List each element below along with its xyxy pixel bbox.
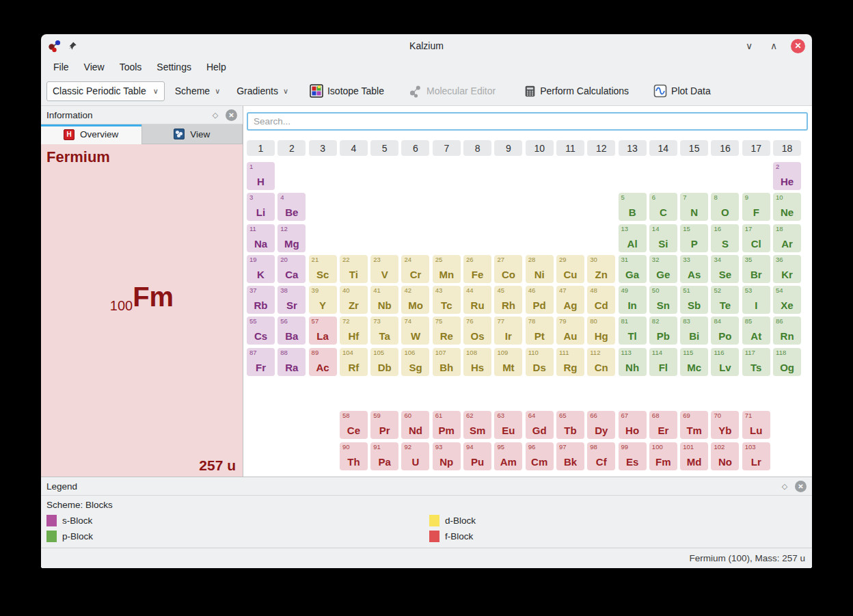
group-number-15[interactable]: 15 [680,140,708,156]
element-tile-Ce[interactable]: 58Ce [340,411,368,439]
element-tile-Ts[interactable]: 117Ts [742,348,770,376]
element-tile-Bh[interactable]: 107Bh [433,348,461,376]
element-tile-Mg[interactable]: 12Mg [277,224,306,252]
element-tile-Ds[interactable]: 110Ds [526,348,554,376]
gradients-dropdown[interactable]: Gradients ∨ [230,81,295,101]
element-tile-Ca[interactable]: 20Ca [277,255,306,283]
element-tile-Pr[interactable]: 59Pr [370,411,398,439]
element-tile-Al[interactable]: 13Al [619,224,647,252]
element-tile-Y[interactable]: 39Y [309,286,337,314]
element-tile-Gd[interactable]: 64Gd [526,411,554,439]
element-tile-Be[interactable]: 4Be [277,193,306,221]
element-tile-Cd[interactable]: 48Cd [587,286,615,314]
element-tile-Ir[interactable]: 77Ir [494,317,522,345]
element-tile-Ar[interactable]: 18Ar [773,224,801,252]
isotope-table-button[interactable]: Isotope Table [304,81,390,101]
element-tile-Cl[interactable]: 17Cl [742,224,770,252]
element-tile-Ga[interactable]: 31Ga [619,255,647,283]
table-type-select[interactable]: Classic Periodic Table ∨ [46,81,165,101]
element-tile-Na[interactable]: 11Na [247,224,275,252]
element-tile-Pm[interactable]: 61Pm [433,411,461,439]
element-tile-Sn[interactable]: 50Sn [649,286,677,314]
element-tile-Md[interactable]: 101Md [680,442,708,470]
element-tile-Kr[interactable]: 36Kr [773,255,801,283]
plot-data-button[interactable]: Plot Data [648,81,716,101]
element-tile-Ba[interactable]: 56Ba [277,317,306,345]
element-tile-Pa[interactable]: 91Pa [370,442,398,470]
element-tile-Co[interactable]: 27Co [494,255,522,283]
close-button[interactable]: ✕ [791,39,805,53]
element-tile-Sc[interactable]: 21Sc [309,255,337,283]
element-tile-Fe[interactable]: 26Fe [463,255,491,283]
element-tile-K[interactable]: 19K [247,255,275,283]
element-tile-O[interactable]: 8O [711,193,739,221]
element-tile-At[interactable]: 85At [742,317,770,345]
element-tile-Am[interactable]: 95Am [494,442,522,470]
element-tile-Mo[interactable]: 42Mo [401,286,429,314]
element-tile-Zr[interactable]: 40Zr [340,286,368,314]
tab-overview[interactable]: H Overview [41,124,142,144]
element-tile-Nh[interactable]: 113Nh [619,348,647,376]
element-tile-Pu[interactable]: 94Pu [463,442,491,470]
element-tile-Rn[interactable]: 86Rn [773,317,801,345]
element-tile-Ru[interactable]: 44Ru [463,286,491,314]
element-tile-Cf[interactable]: 98Cf [587,442,615,470]
element-tile-Mt[interactable]: 109Mt [494,348,522,376]
element-tile-Ne[interactable]: 10Ne [773,193,801,221]
element-tile-C[interactable]: 6C [649,193,677,221]
menu-view[interactable]: View [77,59,111,75]
element-tile-Se[interactable]: 34Se [711,255,739,283]
element-tile-Sg[interactable]: 106Sg [401,348,429,376]
element-tile-Yb[interactable]: 70Yb [711,411,739,439]
element-tile-Tl[interactable]: 81Tl [619,317,647,345]
group-number-7[interactable]: 7 [433,140,461,156]
element-tile-Cu[interactable]: 29Cu [556,255,584,283]
element-tile-Pd[interactable]: 46Pd [526,286,554,314]
element-tile-Hf[interactable]: 72Hf [340,317,368,345]
float-dock-icon[interactable]: ◇ [209,109,221,121]
element-tile-Lr[interactable]: 103Lr [742,442,770,470]
element-tile-Fm[interactable]: 100Fm [649,442,677,470]
group-number-12[interactable]: 12 [587,140,615,156]
element-tile-Ag[interactable]: 47Ag [556,286,584,314]
element-tile-Er[interactable]: 68Er [649,411,677,439]
element-tile-Ge[interactable]: 32Ge [649,255,677,283]
close-dock-icon[interactable]: ✕ [226,109,237,121]
element-tile-Tb[interactable]: 65Tb [556,411,584,439]
element-tile-Th[interactable]: 90Th [340,442,368,470]
element-tile-Cm[interactable]: 96Cm [526,442,554,470]
maximize-button[interactable]: ∧ [766,38,781,53]
element-tile-Nd[interactable]: 60Nd [401,411,429,439]
element-tile-F[interactable]: 9F [742,193,770,221]
element-tile-Xe[interactable]: 54Xe [773,286,801,314]
element-tile-Si[interactable]: 14Si [649,224,677,252]
tab-view[interactable]: View [142,124,243,144]
minimize-button[interactable]: ∨ [742,38,757,53]
group-number-14[interactable]: 14 [649,140,677,156]
element-tile-Np[interactable]: 93Np [433,442,461,470]
element-tile-Cr[interactable]: 24Cr [401,255,429,283]
element-tile-Re[interactable]: 75Re [433,317,461,345]
element-tile-I[interactable]: 53I [742,286,770,314]
element-tile-As[interactable]: 33As [680,255,708,283]
element-tile-Hg[interactable]: 80Hg [587,317,615,345]
group-number-16[interactable]: 16 [711,140,739,156]
element-tile-Ra[interactable]: 88Ra [277,348,306,376]
element-tile-Sb[interactable]: 51Sb [680,286,708,314]
element-tile-Lv[interactable]: 116Lv [711,348,739,376]
element-tile-Rf[interactable]: 104Rf [340,348,368,376]
element-tile-Te[interactable]: 52Te [711,286,739,314]
element-tile-Bk[interactable]: 97Bk [556,442,584,470]
element-tile-Ni[interactable]: 28Ni [526,255,554,283]
group-number-17[interactable]: 17 [742,140,770,156]
element-tile-Lu[interactable]: 71Lu [742,411,770,439]
element-tile-Fr[interactable]: 87Fr [247,348,275,376]
element-tile-V[interactable]: 23V [370,255,398,283]
group-number-1[interactable]: 1 [247,140,275,156]
close-dock-icon[interactable]: ✕ [795,481,807,492]
element-tile-Tc[interactable]: 43Tc [433,286,461,314]
search-input[interactable] [247,112,808,131]
element-tile-Zn[interactable]: 30Zn [587,255,615,283]
element-tile-Br[interactable]: 35Br [742,255,770,283]
element-tile-Cs[interactable]: 55Cs [247,317,275,345]
